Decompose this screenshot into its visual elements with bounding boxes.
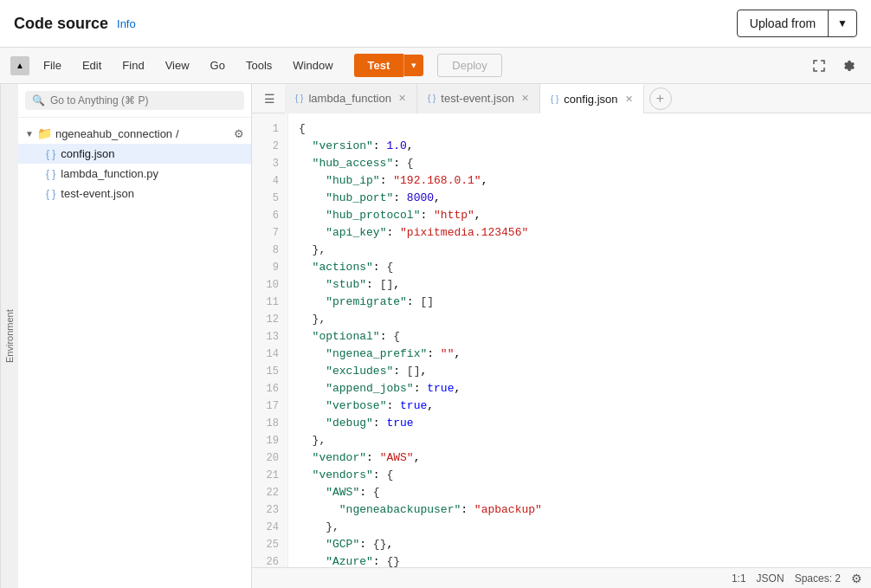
tab-config-json[interactable]: { } config.json ✕ (540, 84, 644, 113)
file-icon: { } (46, 168, 55, 180)
info-link[interactable]: Info (117, 17, 136, 30)
test-button-group: Test ▾ (354, 54, 424, 77)
menu-go[interactable]: Go (203, 55, 232, 75)
header-left: Code source Info (14, 15, 136, 33)
tab-lambda-function[interactable]: { } lambda_function ✕ (285, 84, 417, 113)
tab-file-icon: { } (551, 94, 558, 104)
tab-file-icon: { } (295, 94, 303, 103)
tab-add-button[interactable]: + (649, 87, 672, 110)
tab-label: test-event.json (441, 92, 514, 105)
menu-window[interactable]: Window (286, 55, 339, 75)
spaces-label: Spaces: 2 (795, 572, 841, 585)
search-icon: 🔍 (32, 94, 45, 107)
status-gear-icon[interactable]: ⚙ (851, 572, 862, 585)
settings-icon[interactable] (836, 54, 861, 78)
fullscreen-icon[interactable] (807, 54, 831, 78)
deploy-button[interactable]: Deploy (437, 54, 501, 77)
folder-gear-icon[interactable]: ⚙ (234, 127, 244, 140)
test-button[interactable]: Test (354, 54, 404, 77)
file-tree: ▼ 📁 ngeneahub_connection / ⚙ { } config.… (18, 118, 251, 588)
tab-label: lambda_function (308, 92, 390, 105)
tab-file-icon: { } (428, 94, 436, 103)
code-editor[interactable]: 12345 678910 1112131415 1617181920 21222… (252, 113, 871, 567)
file-icon: { } (46, 188, 55, 200)
line-numbers: 12345 678910 1112131415 1617181920 21222… (252, 113, 288, 567)
folder-separator: / (176, 127, 179, 140)
cursor-position: 1:1 (732, 572, 746, 585)
file-icon: { } (46, 148, 55, 160)
tab-test-event[interactable]: { } test-event.json ✕ (417, 84, 540, 113)
upload-dropdown-arrow[interactable]: ▼ (829, 11, 856, 36)
search-box[interactable]: 🔍 (25, 91, 244, 110)
upload-button-label[interactable]: Upload from (738, 10, 829, 36)
page-title: Code source (14, 15, 108, 33)
tab-bar: ☰ { } lambda_function ✕ { } test-event.j… (252, 84, 871, 113)
test-dropdown-button[interactable]: ▾ (403, 55, 423, 76)
sidebar-search: 🔍 (18, 84, 251, 118)
menu-find[interactable]: Find (115, 55, 151, 75)
menu-edit[interactable]: Edit (75, 55, 108, 75)
file-name: lambda_function.py (61, 167, 158, 180)
file-lambda-function[interactable]: { } lambda_function.py (18, 164, 251, 184)
sidebar: 🔍 ▼ 📁 ngeneahub_connection / ⚙ { } confi… (18, 84, 252, 588)
folder-arrow-icon: ▼ (25, 129, 34, 139)
upload-button[interactable]: Upload from ▼ (737, 10, 857, 37)
header: Code source Info Upload from ▼ (0, 0, 871, 48)
tab-close-icon[interactable]: ✕ (521, 93, 529, 104)
menu-file[interactable]: File (36, 55, 68, 75)
file-name: test-event.json (61, 187, 134, 200)
main-layout: Environment 🔍 ▼ 📁 ngeneahub_connection /… (0, 84, 871, 588)
search-input[interactable] (50, 94, 237, 107)
file-config-json[interactable]: { } config.json (18, 144, 251, 164)
menu-view[interactable]: View (158, 55, 197, 75)
folder-icon: 📁 (37, 126, 52, 140)
menu-tools[interactable]: Tools (239, 55, 279, 75)
tab-close-icon[interactable]: ✕ (398, 93, 406, 104)
toolbar: ▲ File Edit Find View Go Tools Window Te… (0, 48, 871, 84)
tab-list-icon[interactable]: ☰ (257, 87, 281, 111)
code-content[interactable]: { "version": 1.0, "hub_access": { "hub_i… (288, 113, 871, 567)
folder-ngeneahub[interactable]: ▼ 📁 ngeneahub_connection / ⚙ (18, 123, 251, 144)
editor-area: ☰ { } lambda_function ✕ { } test-event.j… (252, 84, 871, 588)
folder-name: ngeneahub_connection (55, 127, 172, 140)
environment-label: Environment (0, 84, 18, 588)
toolbar-right (807, 54, 861, 78)
language-label: JSON (757, 572, 784, 585)
collapse-button[interactable]: ▲ (10, 56, 29, 75)
file-test-event[interactable]: { } test-event.json (18, 184, 251, 204)
tab-label: config.json (564, 93, 617, 106)
status-bar: 1:1 JSON Spaces: 2 ⚙ (252, 567, 871, 588)
tab-close-icon[interactable]: ✕ (625, 94, 633, 105)
file-name: config.json (61, 147, 114, 160)
sidebar-container: Environment 🔍 ▼ 📁 ngeneahub_connection /… (0, 84, 252, 588)
